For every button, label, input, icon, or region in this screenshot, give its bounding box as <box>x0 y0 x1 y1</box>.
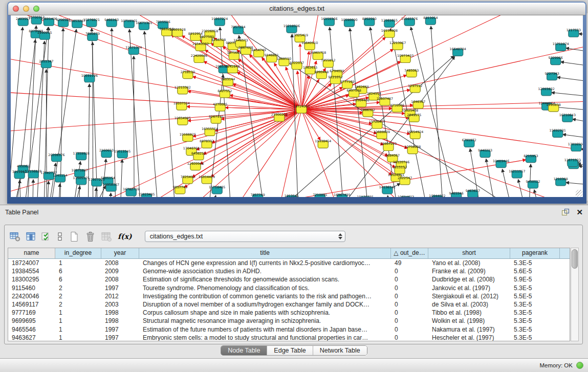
graph-node[interactable]: 6791972 <box>462 138 476 147</box>
table-cell-pagerank[interactable]: 5.3E-5 <box>510 334 560 341</box>
table-cell-year[interactable]: 1998 <box>101 317 139 325</box>
graph-node[interactable]: 9440223 <box>478 149 492 158</box>
graph-node[interactable]: 12213967 <box>389 41 406 50</box>
table-cell-name[interactable]: 14569117 <box>8 300 55 309</box>
table-cell-year[interactable]: 2009 <box>101 267 139 275</box>
table-cell-year[interactable]: 2003 <box>101 300 139 309</box>
graph-node[interactable]: 12609948 <box>187 162 204 170</box>
graph-node[interactable]: 4170085 <box>213 102 227 111</box>
graph-node[interactable]: 18107554 <box>173 101 190 110</box>
table-cell-out_degree[interactable]: 0 <box>391 317 428 325</box>
graph-node[interactable]: 9242848 <box>225 64 239 73</box>
graph-node[interactable]: 8427552 <box>217 89 232 98</box>
graph-node[interactable]: 10719165 <box>121 19 137 28</box>
graph-node[interactable]: 7485063 <box>404 69 419 77</box>
table-cell-pagerank[interactable]: 5.3E-5 <box>510 300 560 309</box>
graph-node[interactable]: 9329966 <box>549 56 563 64</box>
graph-node[interactable]: 17359928 <box>73 151 90 160</box>
graph-node[interactable]: 2522547 <box>398 176 412 185</box>
graph-node[interactable]: 3915987 <box>12 170 27 179</box>
table-cell-in_degree[interactable]: 1 <box>55 309 101 317</box>
graph-node[interactable]: 3875685 <box>227 51 241 59</box>
table-cell-title[interactable]: Estimation of the future numbers of pati… <box>139 325 391 334</box>
graph-node[interactable]: 1210308 <box>554 177 568 186</box>
table-selector-dropdown[interactable]: citations_edges.txt <box>145 231 345 242</box>
table-cell-short[interactable]: Hescheler et al. (1997) <box>428 334 510 341</box>
table-cell-short[interactable]: Franke et al. (2009) <box>428 267 510 275</box>
graph-node[interactable]: 15923485 <box>138 192 155 197</box>
table-cell-out_degree[interactable]: 0 <box>391 292 428 300</box>
graph-node[interactable]: 19166825 <box>180 133 196 141</box>
table-cell-in_degree[interactable]: 2 <box>55 292 101 300</box>
graph-node[interactable]: 20364486 <box>353 98 369 107</box>
graph-node[interactable]: 10944022 <box>429 194 445 197</box>
table-cell-title[interactable]: Changes of HCN gene expression and I(f) … <box>139 259 391 267</box>
tab-node-table[interactable]: Node Table <box>221 346 267 355</box>
table-row[interactable]: 977716911998Corpus callosum shape and si… <box>8 309 570 317</box>
table-cell-pagerank[interactable]: 5.9E-5 <box>510 275 560 283</box>
table-cell-name[interactable]: 22420046 <box>8 292 55 300</box>
graph-node[interactable]: 8952590 <box>362 17 377 26</box>
graph-node[interactable]: 2055347 <box>39 59 53 68</box>
graph-node[interactable]: 16671365 <box>136 21 152 30</box>
table-cell-short[interactable]: de Silva et al. (2003) <box>428 300 510 309</box>
graph-node[interactable]: 19013545 <box>114 149 130 158</box>
column-header-out_degree[interactable]: △ out_de… <box>391 248 428 258</box>
table-cell-name[interactable]: 19384554 <box>8 267 55 275</box>
table-cell-short[interactable]: Jankovic et al. (1997) <box>428 284 510 292</box>
table-row[interactable]: 969969511998Structural magnetic resonanc… <box>8 317 570 325</box>
graph-node[interactable]: 8878332 <box>200 139 214 148</box>
graph-node[interactable]: 9227343 <box>545 72 559 80</box>
table-cell-year[interactable]: 1997 <box>101 325 139 334</box>
graph-node[interactable]: 2160650 <box>99 149 114 158</box>
table-cell-pagerank[interactable]: 5.3E-5 <box>510 309 560 317</box>
table-cell-out_degree[interactable]: 0 <box>391 309 428 317</box>
table-cell-out_degree[interactable]: 0 <box>391 334 428 341</box>
table-cell-in_degree[interactable]: 1 <box>55 259 101 267</box>
table-cell-short[interactable]: Yano et al. (2008) <box>428 259 510 267</box>
column-header-in_degree[interactable]: in_degree <box>55 248 101 258</box>
graph-node[interactable]: 19218596 <box>284 24 300 33</box>
table-cell-name[interactable]: 9777169 <box>8 309 55 317</box>
table-row[interactable]: 946362711997Embryonic stem cells: a mode… <box>8 334 570 341</box>
network-canvas[interactable]: 2403557107003532069140692565801085328715… <box>11 15 583 197</box>
table-cell-title[interactable]: Investigating the contribution of common… <box>139 292 391 300</box>
graph-node[interactable]: 20206576 <box>48 153 64 162</box>
table-cell-pagerank[interactable]: 5.3E-5 <box>510 317 560 325</box>
table-row[interactable]: 1830029562008Estimation of significance … <box>8 275 570 283</box>
graph-node[interactable]: 7857749 <box>250 193 265 197</box>
tab-edge-table[interactable]: Edge Table <box>267 346 313 355</box>
graph-node[interactable]: 7955812 <box>321 59 335 68</box>
table-cell-name[interactable]: 9465546 <box>8 325 55 334</box>
table-cell-pagerank[interactable]: 5.3E-5 <box>510 259 560 267</box>
table-cell-year[interactable]: 1998 <box>101 309 139 317</box>
table-cell-short[interactable]: Dudbridge et al. (2008) <box>428 275 510 283</box>
table-cell-pagerank[interactable]: 5.6E-5 <box>510 267 560 275</box>
graph-node[interactable]: 9465546 <box>449 191 464 197</box>
graph-node[interactable]: 18807243 <box>380 142 397 150</box>
graph-node[interactable]: 16159366 <box>321 17 337 26</box>
table-cell-out_degree[interactable]: 0 <box>391 284 428 292</box>
graph-node[interactable]: 2718120 <box>181 70 195 79</box>
graph-node[interactable]: 1595838 <box>547 103 561 112</box>
graph-node[interactable]: 1145154 <box>53 173 67 182</box>
graph-node[interactable]: 17016504 <box>568 142 583 151</box>
graph-node[interactable]: 1117533 <box>567 28 581 37</box>
graph-node[interactable]: 12093832 <box>538 87 555 96</box>
graph-node[interactable]: 2803144 <box>221 77 235 86</box>
graph-node[interactable]: 8990448 <box>314 70 329 79</box>
graph-node[interactable]: 15276021 <box>83 18 100 27</box>
table-cell-title[interactable]: Estimation of significance thresholds fo… <box>139 275 391 283</box>
table-cell-in_degree[interactable]: 2 <box>55 300 101 309</box>
graph-node[interactable]: 2849575 <box>407 113 421 122</box>
table-cell-pagerank[interactable]: 5.3E-5 <box>510 284 560 292</box>
table-cell-in_degree[interactable]: 1 <box>55 317 101 325</box>
table-settings-icon[interactable] <box>10 230 20 243</box>
graph-node[interactable]: 9466160 <box>104 18 119 27</box>
graph-node[interactable]: 19565376 <box>401 17 418 26</box>
delete-table-icon[interactable] <box>85 230 96 243</box>
graph-node[interactable]: 1646367 <box>411 100 425 108</box>
table-cell-year[interactable]: 2008 <box>101 275 139 283</box>
table-cell-out_degree[interactable]: 49 <box>391 259 428 267</box>
graph-node[interactable]: 14136141 <box>379 185 396 194</box>
